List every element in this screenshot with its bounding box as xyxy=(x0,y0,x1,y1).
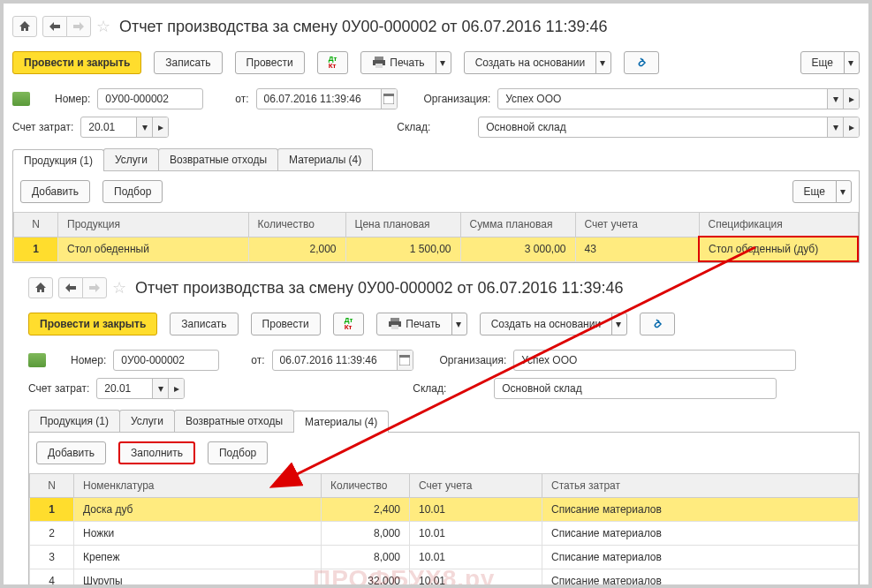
create-basis-dropdown[interactable]: ▾ xyxy=(595,51,611,74)
cost-account-open-icon[interactable]: ▸ xyxy=(152,117,168,137)
org-input-2[interactable]: Успех ООО xyxy=(513,350,796,371)
th-product: Продукция xyxy=(58,213,249,237)
tab-more-button[interactable]: Еще xyxy=(792,180,837,203)
home-button[interactable] xyxy=(12,16,37,37)
org-label: Организация: xyxy=(424,93,491,105)
attach-button-2[interactable] xyxy=(640,313,675,335)
number-input-2[interactable]: 0У00-000002 xyxy=(113,350,219,371)
post-button-2[interactable]: Провести xyxy=(251,313,321,335)
warehouse-input[interactable]: Основной склад ▾ ▸ xyxy=(478,117,860,138)
field-row-2: Счет затрат: 20.01 ▾ ▸ Склад: Основной с… xyxy=(12,113,860,141)
th-qty: Количество xyxy=(248,213,345,237)
post-button[interactable]: Провести xyxy=(235,51,305,74)
print-button-2[interactable]: Печать xyxy=(376,313,451,335)
tab-services-2[interactable]: Услуги xyxy=(119,410,175,432)
forward-button-2[interactable] xyxy=(82,277,107,298)
org-open-icon[interactable]: ▸ xyxy=(843,89,859,109)
select-button-2[interactable]: Подбор xyxy=(208,441,268,464)
warehouse-label: Склад: xyxy=(397,121,430,133)
create-basis-button-2[interactable]: Создать на основании xyxy=(480,313,613,335)
title-row-2: ☆ Отчет производства за смену 0У00-00000… xyxy=(28,274,860,307)
post-close-button[interactable]: Провести и закрыть xyxy=(12,51,141,74)
date-input[interactable]: 06.07.2016 11:39:46 xyxy=(256,88,398,109)
tab-waste-2[interactable]: Возвратные отходы xyxy=(174,410,294,432)
more-button[interactable]: Еще xyxy=(800,51,845,74)
field-row-1: Номер: 0У00-000002 от: 06.07.2016 11:39:… xyxy=(12,85,860,113)
number-label: Номер: xyxy=(55,93,90,105)
fill-button[interactable]: Заполнить xyxy=(118,441,195,464)
cell-product: Стол обеденный xyxy=(58,237,249,261)
tab-services[interactable]: Услуги xyxy=(103,148,159,170)
svg-rect-4 xyxy=(383,94,394,96)
cost-account-label: Счет затрат: xyxy=(12,121,73,133)
table-row[interactable]: 4 Шурупы 32,000 10.01 Списание материало… xyxy=(30,569,859,589)
cost-account-input[interactable]: 20.01 ▾ ▸ xyxy=(80,117,169,138)
th-spec: Спецификация xyxy=(699,213,858,237)
th-sum: Сумма плановая xyxy=(460,213,575,237)
table-row[interactable]: 3 Крепеж 8,000 10.01 Списание материалов xyxy=(30,546,859,569)
tab-waste[interactable]: Возвратные отходы xyxy=(158,148,278,170)
number-input[interactable]: 0У00-000002 xyxy=(97,88,203,109)
cell-sum: 3 000,00 xyxy=(460,237,575,261)
calendar-icon-2[interactable] xyxy=(397,351,413,370)
add-button[interactable]: Добавить xyxy=(20,180,90,203)
cell-qty: 2,000 xyxy=(248,237,345,261)
add-button-2[interactable]: Добавить xyxy=(36,441,106,464)
table-row[interactable]: 1 Доска дуб 2,400 10.01 Списание материа… xyxy=(30,498,859,522)
table-row[interactable]: 1 Стол обеденный 2,000 1 500,00 3 000,00… xyxy=(14,237,859,261)
toolbar: Провести и закрыть Записать Провести ДтК… xyxy=(12,46,860,85)
tab-materials[interactable]: Материалы (4) xyxy=(277,148,373,170)
cost-account-input-2[interactable]: 20.01 ▾ ▸ xyxy=(96,378,185,399)
org-dropdown-icon[interactable]: ▾ xyxy=(827,89,843,109)
warehouse-open-icon[interactable]: ▸ xyxy=(843,117,859,137)
warehouse-input-2[interactable]: Основной склад xyxy=(494,378,777,399)
th-price: Цена плановая xyxy=(345,213,460,237)
print-button[interactable]: Печать xyxy=(360,51,436,74)
cost-account-drop-icon[interactable]: ▾ xyxy=(136,117,152,137)
tab-materials-2[interactable]: Материалы (4) xyxy=(293,411,389,433)
window-title-2: Отчет производства за смену 0У00-000002 … xyxy=(135,279,624,298)
svg-rect-7 xyxy=(391,325,398,329)
star-icon-2[interactable]: ☆ xyxy=(112,278,126,298)
title-row: ☆ Отчет производства за смену 0У00-00000… xyxy=(12,12,860,46)
post-close-button-2[interactable]: Провести и закрыть xyxy=(28,313,157,335)
back-button[interactable] xyxy=(42,16,67,37)
select-button[interactable]: Подбор xyxy=(102,180,163,203)
home-button-2[interactable] xyxy=(28,277,53,298)
save-button[interactable]: Записать xyxy=(154,51,222,74)
table-row[interactable]: 2 Ножки 8,000 10.01 Списание материалов xyxy=(30,522,859,546)
toolbar-2: Провести и закрыть Записать Провести ДтК… xyxy=(28,307,860,346)
org-input[interactable]: Успех ООО ▾ ▸ xyxy=(497,88,860,109)
create-basis-button[interactable]: Создать на основании xyxy=(464,51,597,74)
svg-rect-5 xyxy=(391,318,399,321)
dtkt-button[interactable]: ДтКт xyxy=(317,51,349,74)
create-basis-dropdown-2[interactable]: ▾ xyxy=(611,313,627,335)
tabs-top: Продукция (1) Услуги Возвратные отходы М… xyxy=(12,148,860,171)
cell-spec: Стол обеденный (дуб) xyxy=(699,237,858,261)
document-status-icon-2 xyxy=(28,353,46,367)
forward-button[interactable] xyxy=(66,16,91,37)
tab-more-dropdown[interactable]: ▾ xyxy=(836,180,852,203)
warehouse-drop-icon[interactable]: ▾ xyxy=(827,117,843,137)
tab-products-2[interactable]: Продукция (1) xyxy=(28,410,120,432)
calendar-icon[interactable] xyxy=(381,89,397,109)
attach-button[interactable] xyxy=(624,51,659,74)
from-label: от: xyxy=(235,93,248,105)
more-dropdown[interactable]: ▾ xyxy=(844,51,860,74)
back-button-2[interactable] xyxy=(58,277,83,298)
print-dropdown-2[interactable]: ▾ xyxy=(451,313,467,335)
tab-products[interactable]: Продукция (1) xyxy=(12,149,104,171)
dtkt-button-2[interactable]: ДтКт xyxy=(333,313,365,335)
svg-rect-9 xyxy=(399,355,410,358)
save-button-2[interactable]: Записать xyxy=(170,313,238,335)
document-status-icon xyxy=(12,92,30,106)
cell-account: 43 xyxy=(575,237,699,261)
window-title: Отчет производства за смену 0У00-000002 … xyxy=(119,18,608,36)
table-header-row: N Продукция Количество Цена плановая Сум… xyxy=(14,213,859,237)
print-dropdown[interactable]: ▾ xyxy=(436,51,451,74)
print-label: Печать xyxy=(390,57,424,69)
cell-price: 1 500,00 xyxy=(345,237,460,261)
products-table: N Продукция Количество Цена плановая Сум… xyxy=(13,212,859,262)
date-input-2[interactable]: 06.07.2016 11:39:46 xyxy=(272,350,413,371)
star-icon[interactable]: ☆ xyxy=(96,17,110,36)
